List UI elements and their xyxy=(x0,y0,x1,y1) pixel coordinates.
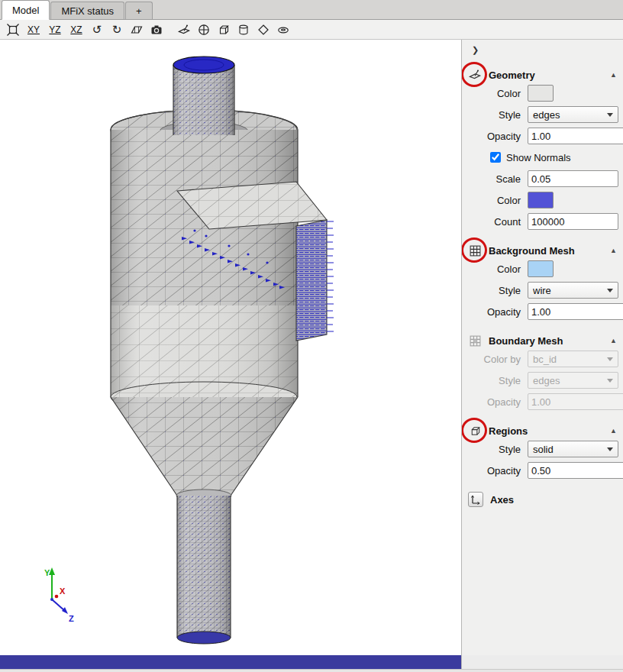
background-mesh-opacity-input[interactable] xyxy=(528,304,623,319)
boundary-mesh-section-header: Boundary Mesh ▲ xyxy=(468,333,618,348)
viewport-bottom-bar xyxy=(0,655,461,669)
geometry-style-value: edges xyxy=(533,109,607,121)
regions-section-icon-button[interactable] xyxy=(468,424,482,438)
tab-new[interactable]: + xyxy=(125,2,153,19)
show-normals-checkbox[interactable] xyxy=(490,152,501,163)
toggle-cylinder-button[interactable] xyxy=(234,21,253,38)
axes-section-title: Axes xyxy=(490,494,618,506)
status-strip xyxy=(0,669,623,672)
reset-view-icon xyxy=(6,23,20,37)
geometry-icon xyxy=(468,68,482,82)
axis-z-label: Z xyxy=(69,614,74,623)
geometry-section-icon-button[interactable] xyxy=(468,68,482,82)
geometry-section-title: Geometry xyxy=(489,69,603,81)
geometry-icon xyxy=(177,23,191,37)
torus-icon xyxy=(276,23,290,37)
regions-section-header: Regions ▲ xyxy=(468,423,618,438)
tab-bar: Model MFiX status + xyxy=(0,0,623,20)
mfix-window: Model MFiX status + XY YZ XZ ↺ ↻ xyxy=(0,0,623,672)
perspective-icon xyxy=(130,23,144,37)
axis-y-label: Y xyxy=(44,568,50,577)
toggle-torus-button[interactable] xyxy=(274,21,292,38)
background-mesh-opacity-spinbox xyxy=(528,303,623,320)
rotate-left-button[interactable]: ↺ xyxy=(88,21,106,38)
cube-icon xyxy=(217,23,231,37)
boundary-mesh-style-label: Style xyxy=(462,375,528,386)
boundary-mesh-section-icon-button[interactable] xyxy=(468,334,482,347)
boundary-mesh-style-value: edges xyxy=(533,375,607,386)
background-mesh-section-title: Background Mesh xyxy=(489,245,603,257)
tab-new-label: + xyxy=(136,5,142,17)
regions-opacity-spinbox xyxy=(528,462,623,479)
geometry-color-label: Color xyxy=(462,88,528,99)
sphere-icon xyxy=(197,23,211,37)
cylinder-icon xyxy=(237,23,250,37)
view-xz-button[interactable]: XZ xyxy=(66,21,86,38)
background-mesh-style-value: wire xyxy=(533,285,607,296)
regions-collapse-icon[interactable]: ▲ xyxy=(610,427,618,435)
cone-icon xyxy=(257,23,270,37)
boundary-mesh-opacity-label: Opacity xyxy=(462,396,528,408)
geometry-collapse-icon[interactable]: ▲ xyxy=(610,71,618,79)
viewer-toolbar: XY YZ XZ ↺ ↻ xyxy=(0,20,623,40)
geometry-section-header: Geometry ▲ xyxy=(468,67,618,82)
normals-scale-label: Scale xyxy=(462,173,528,185)
normals-scale-input[interactable] xyxy=(528,170,618,187)
background-mesh-style-combobox[interactable]: wire xyxy=(528,282,618,299)
regions-section-title: Regions xyxy=(489,425,603,437)
normals-color-swatch[interactable] xyxy=(528,192,554,208)
regions-style-combobox[interactable]: solid xyxy=(528,441,618,457)
panel-collapse-button[interactable]: ❯ xyxy=(462,43,623,57)
regions-opacity-input[interactable] xyxy=(528,463,623,478)
boundary-mesh-color-by-value: bc_id xyxy=(533,354,607,365)
toggle-sphere-button[interactable] xyxy=(195,21,213,38)
geometry-style-label: Style xyxy=(462,109,528,121)
rotate-right-button[interactable]: ↻ xyxy=(108,21,126,38)
axis-x-label: X xyxy=(60,586,66,596)
tab-mfix-status-label: MFiX status xyxy=(61,5,114,17)
toggle-cone-button[interactable] xyxy=(254,21,273,38)
normals-color-label: Color xyxy=(462,195,528,206)
boundary-mesh-color-by-label: Color by xyxy=(462,354,528,365)
chevron-down-icon xyxy=(607,379,613,383)
toggle-geometry-button[interactable] xyxy=(175,21,193,38)
screenshot-button[interactable] xyxy=(147,21,166,38)
view-yz-button[interactable]: YZ xyxy=(45,21,65,38)
geometry-opacity-spinbox xyxy=(528,128,623,144)
geometry-style-combobox[interactable]: edges xyxy=(528,106,618,123)
chevron-down-icon xyxy=(607,447,613,451)
toggle-cube-button[interactable] xyxy=(215,21,233,38)
geometry-color-swatch[interactable] xyxy=(528,85,554,102)
axes-section-icon-button[interactable] xyxy=(468,492,483,507)
boundary-mesh-color-by-combobox: bc_id xyxy=(528,351,618,367)
vtk-3d-viewport[interactable]: Y X Z xyxy=(0,40,461,655)
axes-icon xyxy=(470,494,481,505)
boundary-mesh-opacity-spinbox xyxy=(528,393,623,410)
geometry-opacity-input[interactable] xyxy=(528,128,623,144)
boundary-mesh-collapse-icon[interactable]: ▲ xyxy=(610,337,618,344)
tab-mfix-status[interactable]: MFiX status xyxy=(50,2,124,19)
bottom-bar-panel-area xyxy=(461,655,623,669)
geometry-opacity-label: Opacity xyxy=(462,131,528,142)
background-mesh-opacity-label: Opacity xyxy=(462,306,528,318)
perspective-button[interactable] xyxy=(128,21,146,38)
boundary-mesh-style-combobox: edges xyxy=(528,372,618,389)
boundary-mesh-section-title: Boundary Mesh xyxy=(489,335,603,347)
axes-section-header: Axes xyxy=(468,492,618,507)
background-mesh-color-swatch[interactable] xyxy=(528,260,554,277)
visualization-settings-panel: ❯ Geometry ▲ Color Style edges Opacity xyxy=(461,40,623,655)
show-normals-label: Show Normals xyxy=(506,152,571,163)
reset-view-button[interactable] xyxy=(4,21,22,38)
tab-model[interactable]: Model xyxy=(2,0,50,20)
background-mesh-section-icon-button[interactable] xyxy=(468,244,482,257)
normals-count-label: Count xyxy=(462,216,528,228)
regions-icon xyxy=(469,425,482,438)
regions-style-label: Style xyxy=(462,444,528,455)
normals-count-input[interactable] xyxy=(528,213,618,230)
regions-opacity-label: Opacity xyxy=(462,465,528,477)
view-xy-button[interactable]: XY xyxy=(24,21,44,38)
camera-icon xyxy=(150,23,163,37)
cyclone-model-render: Y X Z xyxy=(0,40,461,655)
background-mesh-collapse-icon[interactable]: ▲ xyxy=(610,247,618,254)
axes-widget-triad: Y X Z xyxy=(44,567,74,623)
